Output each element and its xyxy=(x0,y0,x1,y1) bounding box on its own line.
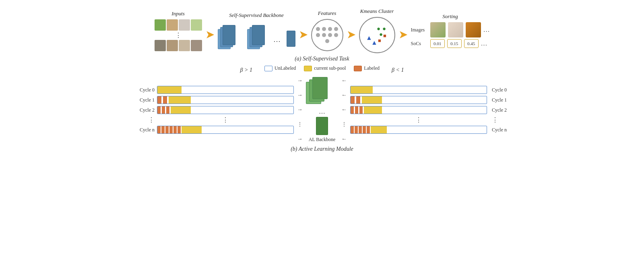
cycle-row-2-right: Cycle 2 xyxy=(350,106,510,114)
arrow-to-b-2: → xyxy=(297,106,303,113)
cycle-label-1-right: Cycle 1 xyxy=(489,97,510,103)
inputs-section: Inputs ⋮ xyxy=(155,10,202,51)
al-backbone-section: ⋯ AL Backbone xyxy=(306,77,338,143)
square-2: ■ xyxy=(383,33,386,39)
b2y xyxy=(171,106,191,114)
sort-img-2 xyxy=(448,22,463,37)
socs-row-label: SoCs xyxy=(411,41,428,47)
cycle-row-n-left: Cycle n xyxy=(134,126,294,134)
cycle-bar-0-right xyxy=(350,86,487,94)
input-img-8 xyxy=(191,40,202,51)
dots-row-right: ⋮ ⋮ xyxy=(350,116,510,124)
layer-group-1 xyxy=(218,25,238,49)
dot-cluster xyxy=(316,27,338,43)
bno6 xyxy=(178,126,181,133)
legend-unlabeled: UnLabeled xyxy=(264,65,296,71)
bno3 xyxy=(165,126,169,133)
cycles-right: Cycle 0 Cycle 1 xyxy=(350,86,510,134)
soc-box-3: 0.45 xyxy=(464,39,479,48)
rny xyxy=(371,126,387,133)
sort-dots: … xyxy=(483,26,490,33)
r2o1 xyxy=(351,106,354,114)
rno5 xyxy=(367,126,370,133)
r2y xyxy=(364,106,382,114)
cycle-label-n-left: Cycle n xyxy=(134,127,155,133)
sort-img-1 xyxy=(430,22,446,37)
fdot-8 xyxy=(334,33,338,37)
sorting-section: Sorting Images … SoCs 0.01 0.15 0.45 xyxy=(411,13,490,48)
bny xyxy=(182,126,202,133)
legend-label-labeled: Labeled xyxy=(364,65,380,71)
bar-fill-n-left xyxy=(157,126,202,133)
legend: UnLabeled current sub-pool Labeled xyxy=(264,65,380,71)
images-row: Images … xyxy=(411,22,490,37)
part-b-content: Cycle 0 Cycle 1 xyxy=(8,77,636,143)
arrow-from-b-0: ← xyxy=(341,77,347,84)
triangle-2: ▲ xyxy=(371,39,378,46)
bar-fill-2-left xyxy=(157,106,191,114)
sort-img-3 xyxy=(466,22,481,37)
bar-dots-left: ⋮ xyxy=(157,116,294,124)
square-1: ■ xyxy=(378,37,381,44)
backbone-label: Self-Supervised Backbone xyxy=(229,12,283,19)
arrows-to-backbone: → → → ⋮ → xyxy=(297,77,303,142)
fdot-7 xyxy=(328,33,332,37)
arrow-2: ➤ xyxy=(299,29,308,40)
input-img-6 xyxy=(167,40,178,51)
circle-3: ● xyxy=(379,31,383,38)
backbone-dots-label: ⋯ xyxy=(319,109,325,117)
sorting-content: Images … SoCs 0.01 0.15 0.45 … xyxy=(411,22,490,48)
features-label: Features xyxy=(318,10,336,17)
input-img-3 xyxy=(179,19,190,31)
arrow-to-b-n: → xyxy=(297,136,303,142)
features-section: Features xyxy=(311,10,343,51)
arrow-3: ➤ xyxy=(347,29,356,40)
arrow-from-b-1: ← xyxy=(341,92,347,98)
fdot-4 xyxy=(334,27,338,31)
soc-box-1: 0.01 xyxy=(430,39,445,48)
rbar-yellow-0 xyxy=(351,86,373,94)
backbone-dots: ⋯ xyxy=(273,29,281,46)
fdot-6 xyxy=(322,33,326,37)
bar-yellow-0 xyxy=(157,86,182,94)
b2o2 xyxy=(162,106,165,114)
beta-right: β < 1 xyxy=(392,67,404,73)
r1o1 xyxy=(351,96,355,104)
cycle-bar-n-left xyxy=(157,126,294,134)
fdot-9 xyxy=(325,39,329,43)
kmeans-label: Kmeans Cluster xyxy=(360,8,394,15)
layer-single xyxy=(287,27,295,47)
bar-yellow-1 xyxy=(169,96,191,104)
cycle-row-1-left: Cycle 1 xyxy=(134,96,294,104)
b2o3 xyxy=(166,106,169,114)
r1o2 xyxy=(356,96,360,104)
cycle-row-2-left: Cycle 2 xyxy=(134,106,294,114)
bno2 xyxy=(161,126,165,133)
beta-left: β > 1 xyxy=(240,67,252,73)
dots-row-left: ⋮ ⋮ xyxy=(134,116,294,124)
cycle-bar-1-right xyxy=(350,96,487,104)
bar-fill-n-right xyxy=(351,126,387,133)
bar-fill-1-right xyxy=(351,96,382,104)
cycle-bar-n-right xyxy=(350,126,487,134)
layer-group-2 xyxy=(247,25,267,49)
soc-box-2: 0.15 xyxy=(447,39,462,48)
part-b: β > 1 UnLabeled current sub-pool Labeled… xyxy=(8,65,636,152)
layer-2c xyxy=(252,25,265,45)
caption-b: (b) Active Learning Module xyxy=(291,146,353,152)
fdot-2 xyxy=(322,27,326,31)
input-img-2 xyxy=(167,19,178,31)
arrow-to-b-0: → xyxy=(297,77,303,84)
images-row-label: Images xyxy=(411,27,428,33)
green-layer-stack xyxy=(306,77,338,109)
kmeans-section: Kmeans Cluster ▲ ▲ ■ ■ ● ● ● xyxy=(359,8,395,53)
cycle-label-2-left: Cycle 2 xyxy=(134,107,155,113)
al-backbone-label: AL Backbone xyxy=(309,137,336,143)
input-img-1 xyxy=(155,19,166,31)
arrow-to-b-1: → xyxy=(297,92,303,98)
cycle-row-1-right: Cycle 1 xyxy=(350,96,510,104)
rno1 xyxy=(351,126,354,133)
circle-2: ● xyxy=(382,25,386,32)
layer-1c xyxy=(223,25,235,45)
cycle-row-0-right: Cycle 0 xyxy=(350,86,510,94)
